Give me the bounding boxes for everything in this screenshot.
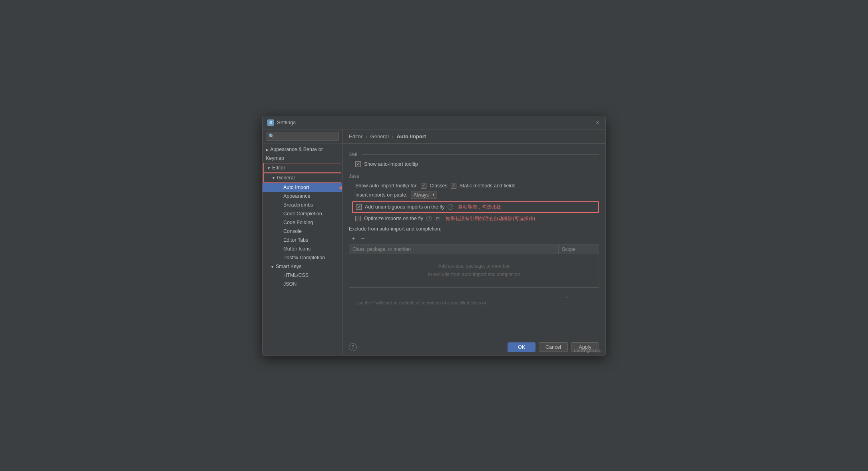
title-bar-left: ⚙ Settings — [267, 119, 296, 126]
breadcrumb-sep1: › — [366, 133, 367, 139]
sidebar-item-label: JSON — [283, 281, 297, 287]
insert-imports-row: Insert imports on paste: Always — [355, 191, 599, 199]
sidebar-item-json[interactable]: JSON — [263, 280, 342, 288]
optimize-imports-label: Optimize imports on the fly — [364, 216, 423, 221]
add-unambiguous-help-icon[interactable]: ? — [448, 204, 453, 210]
sidebar-item-label: Console — [283, 229, 302, 234]
sidebar-item-appearance-behavior[interactable]: Appearance & Behavior — [263, 145, 342, 154]
sidebar-item-general[interactable]: General — [263, 173, 341, 183]
sidebar-nav: Appearance & Behavior Keymap Editor Gene… — [263, 143, 342, 355]
table-empty: Add a class, package, or member to exclu… — [349, 254, 599, 287]
sidebar-item-smart-keys[interactable]: Smart Keys — [263, 262, 342, 271]
exclude-table: Class, package, or member Scope Add a cl… — [349, 244, 599, 288]
sidebar-item-label: Auto Import — [283, 185, 309, 190]
breadcrumb-part3: Auto Import — [396, 133, 426, 139]
sidebar-item-label: Editor — [272, 165, 285, 171]
red-down-arrow-icon: ↓ — [355, 291, 569, 300]
insert-imports-dropdown[interactable]: Always — [411, 191, 437, 199]
table-empty-line1: Add a class, package, or member — [357, 262, 591, 271]
sidebar-item-breadcrumbs[interactable]: Breadcrumbs — [263, 201, 342, 209]
footer-note-text: Use the * wildcard to exclude all member… — [355, 300, 486, 305]
sidebar-item-editor[interactable]: Editor — [263, 163, 341, 173]
chevron-down-icon — [267, 165, 271, 171]
settings-dialog: ⚙ Settings × Appearance & Behavior Keyma… — [262, 116, 606, 356]
chevron-down-icon — [272, 175, 275, 181]
sidebar-item-gutter-icons[interactable]: Gutter Icons — [263, 244, 342, 253]
insert-imports-label: Insert imports on paste: — [355, 192, 408, 198]
sidebar-item-label: Appearance & Behavior — [270, 147, 323, 152]
java-section-header: Java — [349, 173, 599, 179]
chevron-right-icon — [266, 147, 269, 152]
red-arrow-icon: ◀ — [338, 184, 342, 191]
breadcrumb-part2: General — [370, 133, 389, 139]
dialog-footer: ? OK Cancel Apply — [342, 339, 605, 355]
chevron-down-icon — [271, 264, 274, 269]
sidebar-item-console[interactable]: Console — [263, 227, 342, 236]
dialog-title: Settings — [277, 119, 296, 125]
remove-exclude-button[interactable]: − — [358, 234, 367, 243]
search-input[interactable] — [266, 132, 339, 141]
sidebar-item-label: Editor Tabs — [283, 237, 308, 243]
main-content: Editor › General › Auto Import XML Show … — [342, 129, 605, 355]
watermark: CSDN @白豆五 — [574, 348, 602, 354]
exclude-section: Exclude from auto-import and completion:… — [349, 226, 599, 288]
breadcrumb-part1: Editor — [349, 133, 362, 139]
add-exclude-button[interactable]: + — [349, 234, 358, 243]
java-section-label: Java — [349, 173, 359, 179]
settings-icon: ⚙ — [267, 119, 274, 126]
sidebar-item-html-css[interactable]: HTML/CSS — [263, 271, 342, 280]
java-static-label: Static methods and fields — [460, 183, 516, 189]
content-area: XML Show auto-import tooltip Java Show a… — [342, 144, 605, 339]
optimize-imports-checkbox[interactable] — [355, 216, 361, 221]
add-unambiguous-annotation: 自动导包，勾选此处 — [458, 204, 501, 211]
sidebar-item-label: General — [277, 175, 295, 181]
sidebar-item-postfix-completion[interactable]: Postfix Completion — [263, 253, 342, 262]
insert-imports-value: Always — [414, 192, 429, 198]
sidebar: Appearance & Behavior Keymap Editor Gene… — [263, 129, 342, 355]
sidebar-item-appearance[interactable]: Appearance — [263, 192, 342, 201]
table-empty-line2: to exclude from auto-import and completi… — [357, 270, 591, 279]
footer-note: ↓ Use the * wildcard to exclude all memb… — [349, 288, 599, 308]
close-button[interactable]: × — [594, 119, 601, 126]
sidebar-item-code-completion[interactable]: Code Completion — [263, 209, 342, 218]
sidebar-item-label: Appearance — [283, 193, 310, 199]
breadcrumb: Editor › General › Auto Import — [342, 129, 605, 144]
sidebar-item-code-folding[interactable]: Code Folding — [263, 218, 342, 227]
title-bar: ⚙ Settings × — [263, 116, 605, 129]
java-classes-label: Classes — [430, 183, 447, 189]
xml-show-tooltip-label: Show auto-import tooltip — [364, 161, 418, 167]
exclude-label: Exclude from auto-import and completion: — [349, 226, 599, 232]
java-static-checkbox[interactable] — [451, 183, 456, 189]
table-col-main: Class, package, or member — [349, 245, 559, 254]
optimize-imports-row: Optimize imports on the fly ? ⊟ 如果包没有引用的… — [355, 215, 599, 222]
breadcrumb-sep2: › — [392, 133, 393, 139]
sidebar-item-label: Smart Keys — [276, 264, 302, 269]
search-box — [263, 129, 342, 143]
sidebar-item-label: Postfix Completion — [283, 255, 325, 260]
optimize-imports-icon[interactable]: ⊟ — [435, 216, 441, 221]
sidebar-item-editor-tabs[interactable]: Editor Tabs — [263, 236, 342, 244]
ok-button[interactable]: OK — [508, 342, 536, 352]
table-header: Class, package, or member Scope — [349, 245, 599, 254]
java-section-line — [362, 176, 599, 176]
sidebar-item-label: Code Completion — [283, 211, 322, 217]
table-col-scope: Scope — [559, 245, 599, 254]
dialog-body: Appearance & Behavior Keymap Editor Gene… — [263, 129, 605, 355]
sidebar-item-auto-import[interactable]: Auto Import ◀ — [263, 183, 342, 192]
sidebar-item-label: Keymap — [266, 155, 284, 161]
sidebar-item-label: Breadcrumbs — [283, 202, 313, 208]
sidebar-item-keymap[interactable]: Keymap — [263, 154, 342, 163]
exclude-toolbar: + − — [349, 234, 599, 243]
add-unambiguous-row: Add unambiguous imports on the fly ? 自动导… — [352, 201, 599, 213]
optimize-imports-help-icon[interactable]: ? — [426, 216, 432, 221]
add-unambiguous-checkbox[interactable] — [356, 204, 362, 210]
java-classes-checkbox[interactable] — [421, 183, 426, 189]
sidebar-item-label: Gutter Icons — [283, 246, 311, 252]
optimize-imports-annotation: 如果包没有引用的话会自动移除(可选操作) — [446, 215, 535, 222]
help-button[interactable]: ? — [349, 343, 357, 351]
xml-section-label: XML — [349, 152, 359, 157]
cancel-button[interactable]: Cancel — [539, 342, 568, 352]
xml-show-tooltip-checkbox[interactable] — [355, 161, 361, 167]
footer-help: ? — [349, 343, 504, 351]
xml-show-tooltip-row: Show auto-import tooltip — [355, 161, 599, 167]
